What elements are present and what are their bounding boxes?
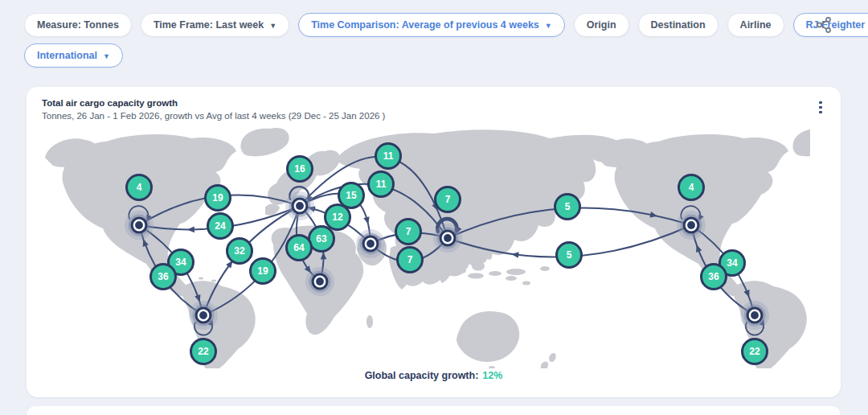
landmass <box>541 361 548 368</box>
badge-value: 7 <box>445 194 451 205</box>
badge-value: 36 <box>158 271 169 282</box>
capacity-badge[interactable]: 63 <box>309 227 334 252</box>
badge-value: 11 <box>383 150 394 162</box>
island <box>522 281 530 286</box>
capacity-badge[interactable]: 11 <box>369 172 394 197</box>
badge-value: 64 <box>293 242 305 253</box>
landmass <box>792 128 810 156</box>
hub-east-asia[interactable] <box>433 224 462 253</box>
landmass <box>457 311 519 362</box>
chevron-down-icon: ▼ <box>545 23 552 30</box>
global-growth-label: Global capacity growth: <box>365 370 479 381</box>
island <box>472 262 485 271</box>
capacity-badge[interactable]: 19 <box>206 186 231 211</box>
filter-origin[interactable]: Origin <box>574 13 629 37</box>
badge-value: 7 <box>406 226 411 237</box>
capacity-badge[interactable]: 7 <box>398 248 423 273</box>
hub-africa[interactable] <box>305 267 334 296</box>
chevron-down-icon: ▼ <box>269 23 276 30</box>
hub-middle-east[interactable] <box>356 229 385 258</box>
badge-value: 12 <box>332 212 343 223</box>
island <box>468 273 484 279</box>
filter-origin-label: Origin <box>587 19 616 31</box>
badge-value: 32 <box>234 245 245 257</box>
capacity-badge[interactable]: 22 <box>191 339 216 364</box>
island <box>447 268 466 274</box>
kebab-icon <box>819 101 821 104</box>
capacity-badge[interactable]: 7 <box>396 220 421 244</box>
badge-value: 36 <box>708 271 719 282</box>
capacity-badge[interactable]: 15 <box>339 183 364 208</box>
badge-value: 5 <box>567 249 572 261</box>
capacity-badge[interactable]: 32 <box>227 239 252 264</box>
hub-north-america-west[interactable] <box>125 211 154 240</box>
capacity-badge[interactable]: 22 <box>743 339 768 364</box>
flow-arrowhead <box>187 227 194 233</box>
capacity-growth-card: Total air cargo capacity growth Tonnes, … <box>27 87 841 397</box>
filter-row-1: Measure: TonnesTime Frame: Last week▼Tim… <box>24 13 868 37</box>
filter-time-comparison-label: Time Comparison: Average of previous 4 w… <box>311 19 539 31</box>
card-title: Total air cargo capacity growth <box>42 98 178 108</box>
capacity-badge[interactable]: 4 <box>127 175 152 200</box>
capacity-badge[interactable]: 16 <box>288 157 313 182</box>
landmass <box>549 353 556 362</box>
landmass <box>265 204 280 216</box>
card-menu-button[interactable] <box>813 100 828 117</box>
card-subtitle: Tonnes, 26 Jan - 1 Feb 2026, growth vs A… <box>42 111 385 121</box>
world-map-chart: 4192432343616111115126364197775543436222… <box>31 125 810 368</box>
badge-value: 11 <box>376 179 387 190</box>
badge-value: 22 <box>198 346 209 357</box>
badge-value: 15 <box>346 190 357 201</box>
filter-international-label: International <box>37 50 97 61</box>
badge-value: 22 <box>749 346 760 357</box>
global-growth-value: 12% <box>482 370 502 381</box>
global-growth-summary: Global capacity growth: 12% <box>27 370 841 381</box>
badge-value: 7 <box>407 254 413 265</box>
badge-value: 4 <box>689 182 694 193</box>
filter-time-comparison[interactable]: Time Comparison: Average of previous 4 w… <box>298 13 565 37</box>
island <box>540 266 550 271</box>
badge-value: 63 <box>316 233 327 244</box>
filter-destination[interactable]: Destination <box>638 13 719 37</box>
capacity-badge[interactable]: 12 <box>326 205 350 230</box>
filter-time-frame-label: Time Frame: Last week <box>154 19 264 31</box>
capacity-badge[interactable]: 11 <box>376 144 401 169</box>
badge-value: 19 <box>257 265 268 277</box>
hub-north-america-east[interactable] <box>677 211 706 240</box>
island <box>489 366 495 368</box>
badge-value: 16 <box>294 163 305 175</box>
chevron-down-icon: ▼ <box>103 53 110 60</box>
badge-value: 19 <box>212 192 223 203</box>
capacity-badge[interactable]: 36 <box>702 265 727 290</box>
capacity-badge[interactable]: 4 <box>679 175 704 200</box>
hub-south-america-east[interactable] <box>740 301 769 330</box>
island <box>366 315 373 328</box>
capacity-badge[interactable]: 7 <box>436 187 461 212</box>
filter-measure[interactable]: Measure: Tonnes <box>24 13 132 37</box>
hub-europe[interactable] <box>285 191 314 220</box>
capacity-badge[interactable]: 36 <box>151 265 176 290</box>
capacity-badge[interactable]: 19 <box>251 259 276 284</box>
badge-value: 34 <box>175 257 186 268</box>
filter-international[interactable]: International▼ <box>24 43 123 68</box>
filter-airline-label: Airline <box>740 19 772 31</box>
island <box>487 250 493 260</box>
capacity-badge[interactable]: 5 <box>557 243 582 268</box>
island <box>211 279 216 281</box>
capacity-badge[interactable]: 24 <box>208 214 233 239</box>
share-icon <box>815 16 833 34</box>
filter-airline[interactable]: Airline <box>727 13 784 37</box>
landmass <box>240 128 289 156</box>
capacity-badge[interactable]: 5 <box>555 195 580 220</box>
filter-measure-label: Measure: Tonnes <box>37 19 119 31</box>
map-land-layer <box>45 128 810 368</box>
filter-time-frame[interactable]: Time Frame: Last week▼ <box>141 13 289 37</box>
share-button[interactable] <box>813 15 834 36</box>
capacity-badge[interactable]: 64 <box>287 236 312 261</box>
hub-south-america-west[interactable] <box>189 301 218 330</box>
filter-row-2: International▼ <box>24 43 123 68</box>
badge-value: 24 <box>215 220 226 232</box>
dashboard-page: Measure: TonnesTime Frame: Last week▼Tim… <box>0 0 868 415</box>
island <box>489 271 502 276</box>
island <box>506 269 526 275</box>
